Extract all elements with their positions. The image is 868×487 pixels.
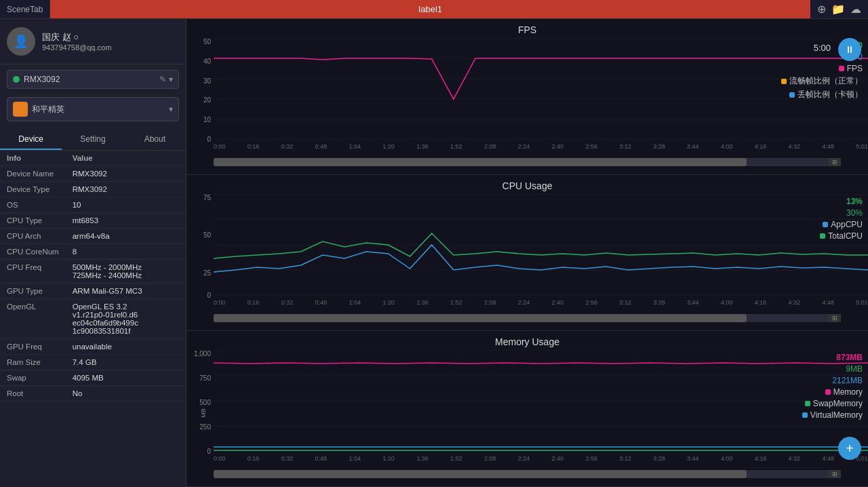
avatar: 👤	[7, 27, 35, 56]
pause-button[interactable]: ⏸	[838, 38, 861, 61]
device-name: RMX3092	[24, 75, 155, 84]
tab-device[interactable]: Device	[0, 130, 62, 150]
info-row: Ram Size7.4 GB	[0, 355, 186, 370]
topbar: SceneTab label1 ⊕ 📁 ☁	[0, 0, 868, 19]
wifi-icon[interactable]: ⊕	[817, 3, 826, 16]
info-row-label: GPU Type	[0, 284, 66, 299]
info-row: Swap4095 MB	[0, 370, 186, 386]
cpu-app-value: 13%	[846, 197, 863, 206]
fps-x-axis: 0:00 0:16 0:32 0:48 1:04 1:20 1:36 1:52 …	[214, 142, 868, 150]
tab-about[interactable]: About	[124, 130, 186, 150]
value-col-header: Value	[66, 151, 186, 166]
info-row-value: 7.4 GB	[66, 355, 186, 370]
info-row-label: OpenGL	[0, 299, 66, 339]
info-row-value: 4095 MB	[66, 370, 186, 386]
main-layout: 👤 国庆 赵 ○ 943794758@qq.com RMX3092 ✎ ▾ 和平…	[0, 19, 868, 487]
email: 943794758@qq.com	[42, 43, 111, 52]
cloud-icon[interactable]: ☁	[850, 3, 861, 16]
memory-legend: 873MB 9MB 2121MB Memory SwapMemory Virtu…	[802, 353, 863, 420]
fps-legend-fps: FPS	[839, 64, 863, 73]
info-row: OS10	[0, 197, 186, 213]
info-tbody: Device NameRMX3092Device TypeRMX3092OS10…	[0, 166, 186, 402]
edit-icon: ✎	[159, 75, 166, 84]
cpu-chart-container: CPU Usage 75 50 25 0	[186, 175, 868, 331]
topbar-icons: ⊕ 📁 ☁	[810, 3, 868, 16]
memory-chart-title: Memory Usage	[186, 336, 868, 347]
chevron-down-icon: ▾	[169, 75, 173, 84]
info-row-label: CPU Type	[0, 213, 66, 229]
scene-tab-label: SceneTab	[0, 0, 50, 18]
tab1[interactable]: label1	[50, 0, 810, 18]
device-selector[interactable]: RMX3092 ✎ ▾	[7, 70, 179, 89]
info-table: Info Value Device NameRMX3092Device Type…	[0, 151, 186, 402]
charts-area: ⏸ 5:00 FPS 50 40 30 20 10 0	[186, 19, 868, 487]
info-row-value: ARM Mali-G57 MC3	[66, 284, 186, 299]
user-section: 👤 国庆 赵 ○ 943794758@qq.com	[0, 19, 186, 64]
fps-chart-title: FPS	[186, 24, 868, 35]
info-row-label: Swap	[0, 370, 66, 386]
info-row: CPU Typemt6853	[0, 213, 186, 229]
info-row: Device NameRMX3092	[0, 166, 186, 182]
fps-y-axis: 50 40 30 20 10 0	[186, 38, 214, 157]
memory-legend-virtual: VirtualMemory	[802, 410, 863, 420]
memory-x-axis: 0:00 0:16 0:32 0:48 1:04 1:20 1:36 1:52 …	[214, 454, 868, 462]
memory-value: 873MB	[836, 353, 863, 362]
info-row-label: Ram Size	[0, 355, 66, 370]
tab-setting[interactable]: Setting	[62, 130, 123, 150]
info-row-label: Device Name	[0, 166, 66, 182]
info-row: OpenGLOpenGL ES 3.2 v1.r21p0-01rel0.d6 e…	[0, 299, 186, 339]
info-row-label: Device Type	[0, 182, 66, 197]
game-chevron-icon: ▾	[169, 104, 173, 114]
info-row-label: CPU Arch	[0, 229, 66, 244]
cpu-x-axis: 0:00 0:16 0:32 0:48 1:04 1:20 1:36 1:52 …	[214, 298, 868, 306]
info-row-label: CPU Freq	[0, 260, 66, 284]
game-icon	[13, 102, 28, 117]
cpu-legend-app: AppCPU	[823, 220, 863, 229]
cpu-y-axis: 75 50 25 0	[186, 194, 214, 313]
fps-chart-body: 0:00 0:16 0:32 0:48 1:04 1:20 1:36 1:52 …	[214, 38, 868, 157]
sidebar: 👤 国庆 赵 ○ 943794758@qq.com RMX3092 ✎ ▾ 和平…	[0, 19, 186, 487]
info-row: CPU Freq500MHz - 2000MHz 725MHz - 2400MH…	[0, 260, 186, 284]
cpu-scrollbar[interactable]: ⊞	[214, 314, 841, 322]
info-row: CPU Archarm64-v8a	[0, 229, 186, 244]
info-row-value: 500MHz - 2000MHz 725MHz - 2400MHz	[66, 260, 186, 284]
info-row-value: 8	[66, 244, 186, 260]
info-row-value: mt6853	[66, 213, 186, 229]
info-row: RootNo	[0, 386, 186, 402]
fps-legend-drop: 丢帧比例（卡顿）	[789, 89, 863, 100]
info-row-value: 10	[66, 197, 186, 213]
device-online-dot	[13, 76, 20, 83]
info-row-label: Root	[0, 386, 66, 402]
fps-svg	[214, 38, 868, 140]
memory-scrollbar[interactable]: ⊞	[214, 470, 841, 478]
info-row-value: RMX3092	[66, 182, 186, 197]
virtual-value: 2121MB	[832, 376, 863, 385]
memory-chart-inner: 1,000 750 500 250 0 MB	[186, 350, 868, 469]
cpu-legend: 13% 30% AppCPU TotalCPU	[820, 197, 863, 241]
fps-scrollbar[interactable]: ⊞	[214, 158, 841, 166]
memory-svg	[214, 350, 868, 452]
game-selector[interactable]: 和平精英 ▾	[7, 97, 179, 121]
cpu-chart-body: 0:00 0:16 0:32 0:48 1:04 1:20 1:36 1:52 …	[214, 194, 868, 313]
info-row-label: GPU Freq	[0, 339, 66, 355]
memory-chart-body: 0:00 0:16 0:32 0:48 1:04 1:20 1:36 1:52 …	[214, 350, 868, 469]
game-name: 和平精英	[32, 104, 165, 115]
info-row: CPU CoreNum8	[0, 244, 186, 260]
info-row: Device TypeRMX3092	[0, 182, 186, 197]
username: 国庆 赵 ○	[42, 31, 111, 43]
info-row-value: OpenGL ES 3.2 v1.r21p0-01rel0.d6 ec04c0f…	[66, 299, 186, 339]
memory-y-label: MB	[200, 408, 207, 418]
info-row-label: OS	[0, 197, 66, 213]
cpu-legend-total: TotalCPU	[820, 231, 863, 241]
folder-icon[interactable]: 📁	[831, 3, 845, 16]
info-row-value: unavailable	[66, 339, 186, 355]
info-row-label: CPU CoreNum	[0, 244, 66, 260]
info-row-value: arm64-v8a	[66, 229, 186, 244]
add-button[interactable]: +	[838, 437, 861, 460]
cpu-chart-inner: 75 50 25 0	[186, 194, 868, 313]
device-selector-icons: ✎ ▾	[159, 75, 173, 84]
cpu-total-value: 30%	[846, 208, 863, 218]
info-row: GPU Frequnavailable	[0, 339, 186, 355]
memory-legend-swap: SwapMemory	[805, 399, 863, 408]
info-row: GPU TypeARM Mali-G57 MC3	[0, 284, 186, 299]
